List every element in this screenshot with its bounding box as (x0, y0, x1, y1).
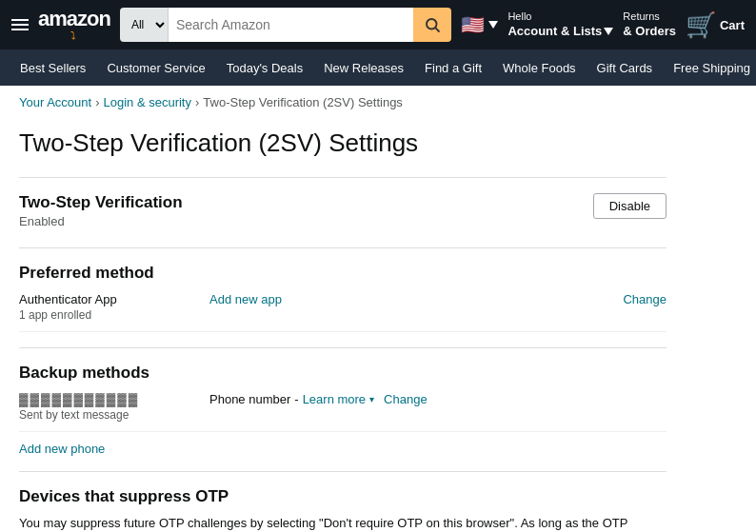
phone-dash: - (294, 392, 298, 406)
flag-icon: 🇺🇸 (461, 13, 485, 36)
preferred-method-name: Authenticator App (19, 292, 209, 306)
orders-label: & Orders (623, 24, 676, 40)
search-category-select[interactable]: All (120, 8, 169, 42)
nav-item-gift-cards[interactable]: Gift Cards (588, 52, 662, 84)
cart-icon: 🛒 (686, 10, 716, 39)
cart-wrapper: 🛒 (686, 10, 716, 40)
preferred-method-info: Authenticator App 1 app enrolled (19, 292, 209, 322)
nav-item-customer-service[interactable]: Customer Service (98, 52, 213, 84)
page-title: Two-Step Verification (2SV) Settings (19, 128, 666, 158)
preferred-title: Preferred method (19, 264, 666, 283)
cart-label: Cart (720, 18, 745, 32)
learn-more-arrow: ▾ (369, 394, 374, 404)
two-step-section: Two-Step Verification Enabled Disable (19, 177, 666, 247)
preferred-method-detail: 1 app enrolled (19, 308, 209, 322)
backup-title: Backup methods (19, 364, 666, 383)
backup-method-info: ▓▓▓▓▓▓▓▓▓▓▓ Sent by text message (19, 392, 209, 422)
hello-text: Hello (507, 10, 613, 23)
svg-point-0 (427, 19, 437, 30)
nav-item-new-releases[interactable]: New Releases (315, 52, 412, 84)
two-step-status: Enabled (19, 214, 183, 228)
nav-item-free-shipping[interactable]: Free Shipping (665, 52, 756, 84)
returns-label: Returns (623, 10, 676, 23)
nav-bar: Best Sellers Customer Service Today's De… (0, 49, 756, 86)
nav-item-best-sellers[interactable]: Best Sellers (11, 52, 94, 84)
cart-area[interactable]: 🛒 Cart (686, 10, 745, 40)
logo-smile: ⤵︎ (70, 30, 77, 41)
learn-more-link[interactable]: Learn more (303, 392, 366, 406)
add-new-app-link[interactable]: Add new app (209, 292, 613, 306)
preferred-method-row: Authenticator App 1 app enrolled Add new… (19, 283, 666, 332)
svg-line-1 (436, 28, 440, 31)
backup-section: Backup methods ▓▓▓▓▓▓▓▓▓▓▓ Sent by text … (19, 347, 666, 471)
two-step-title: Two-Step Verification (19, 193, 183, 212)
phone-label: Phone number (209, 392, 290, 406)
nav-item-find-a-gift[interactable]: Find a Gift (416, 52, 490, 84)
nav-item-todays-deals[interactable]: Today's Deals (218, 52, 312, 84)
phone-number-area: Phone number - Learn more ▾ (209, 392, 374, 406)
breadcrumb: Your Account › Login & security › Two-St… (0, 86, 756, 119)
amazon-logo[interactable]: amazon ⤵︎ (38, 9, 110, 41)
account-lists-label: Account & Lists (507, 24, 613, 40)
account-area[interactable]: Hello Account & Lists (507, 10, 613, 39)
phone-blurred: ▓▓▓▓▓▓▓▓▓▓▓ (19, 392, 209, 406)
breadcrumb-separator-1: › (95, 95, 99, 109)
returns-area[interactable]: Returns & Orders (623, 10, 676, 39)
header: amazon ⤵︎ All 🇺🇸 Hello Account & Lists R… (0, 0, 756, 49)
breadcrumb-separator-2: › (195, 95, 199, 109)
backup-method-row: ▓▓▓▓▓▓▓▓▓▓▓ Sent by text message Phone n… (19, 383, 666, 432)
logo-text: amazon (38, 9, 110, 30)
two-step-header: Two-Step Verification Enabled Disable (19, 193, 666, 228)
search-button[interactable] (413, 8, 451, 42)
add-new-phone-link[interactable]: Add new phone (19, 442, 105, 456)
otp-title: Devices that suppress OTP (19, 487, 666, 506)
breadcrumb-current: Two-Step Verification (2SV) Settings (203, 95, 403, 109)
breadcrumb-your-account[interactable]: Your Account (19, 95, 91, 109)
backup-change-link[interactable]: Change (384, 392, 428, 406)
preferred-section: Preferred method Authenticator App 1 app… (19, 247, 666, 347)
preferred-change-link[interactable]: Change (623, 292, 666, 306)
hamburger-menu[interactable] (11, 19, 29, 30)
search-input[interactable] (169, 8, 413, 42)
nav-item-whole-foods[interactable]: Whole Foods (494, 52, 585, 84)
otp-section: Devices that suppress OTP You may suppre… (19, 471, 666, 532)
main-content: Two-Step Verification (2SV) Settings Two… (0, 119, 686, 532)
disable-button[interactable]: Disable (593, 193, 666, 219)
breadcrumb-login-security[interactable]: Login & security (103, 95, 191, 109)
search-bar: All (120, 8, 451, 42)
flag-area[interactable]: 🇺🇸 (461, 13, 498, 36)
two-step-info: Two-Step Verification Enabled (19, 193, 183, 228)
sent-by-text: Sent by text message (19, 408, 209, 422)
otp-description-1: You may suppress future OTP challenges b… (19, 514, 666, 532)
